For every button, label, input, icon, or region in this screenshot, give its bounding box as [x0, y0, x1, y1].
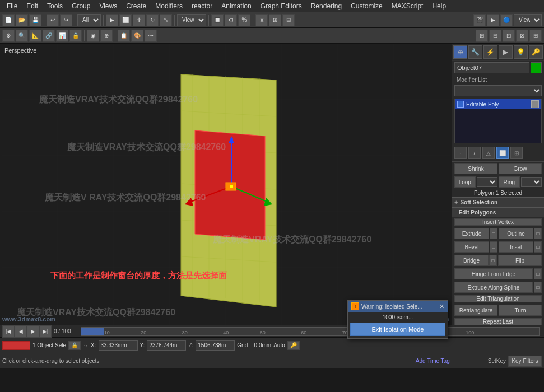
toolbar2-r1[interactable]: ⊞: [476, 30, 488, 42]
hinge-button[interactable]: Hinge From Edge: [454, 268, 533, 279]
menu-maxscript[interactable]: MAXScript: [387, 1, 428, 11]
toolbar-undo[interactable]: ↩: [47, 14, 59, 26]
extrude-spline-settings[interactable]: □: [534, 282, 542, 293]
modifier-expand-box[interactable]: [531, 100, 539, 108]
outline-settings[interactable]: □: [534, 228, 542, 239]
menu-customize[interactable]: Customize: [346, 1, 387, 11]
menu-file[interactable]: File: [2, 1, 22, 11]
z-input[interactable]: [196, 340, 235, 351]
toolbar2-r3[interactable]: ⊡: [503, 30, 515, 42]
extrude-spline-button[interactable]: Extrude Along Spline: [454, 282, 533, 293]
toolbar2-r2[interactable]: ⊟: [489, 30, 501, 42]
repeat-last-button[interactable]: Repeat Last: [454, 318, 542, 325]
add-time-tag[interactable]: Add Time Tag: [416, 358, 450, 364]
select-mode-edge[interactable]: /: [468, 147, 481, 159]
editable-poly-item[interactable]: Editable Poly: [455, 99, 541, 109]
toolbar-snap[interactable]: 🔲: [211, 14, 224, 26]
extrude-button[interactable]: Extrude: [454, 228, 489, 239]
exit-isolation-button[interactable]: Exit Isolation Mode: [350, 323, 445, 336]
key-icon[interactable]: 🔑: [287, 341, 300, 350]
x-input[interactable]: [99, 340, 138, 351]
toolbar2-r5[interactable]: ⊞: [529, 30, 542, 42]
hinge-settings[interactable]: □: [534, 268, 542, 279]
selection-filter-dropdown[interactable]: All: [77, 14, 101, 26]
viewport-perspective[interactable]: Perspective: [0, 44, 452, 325]
toolbar2-r4[interactable]: ⊠: [516, 30, 528, 42]
toolbar2-select-obj[interactable]: ◉: [87, 30, 99, 42]
select-mode-border[interactable]: △: [482, 147, 495, 159]
loop-dropdown[interactable]: [477, 177, 498, 187]
ring-button[interactable]: Ring: [499, 176, 520, 188]
menu-graph-editors[interactable]: Graph Editors: [256, 1, 306, 11]
edit-polygons-header[interactable]: - Edit Polygons: [452, 207, 544, 217]
panel-tab-display[interactable]: 💡: [514, 45, 528, 59]
select-mode-polygon[interactable]: ⬜: [496, 147, 509, 159]
select-mode-vertex[interactable]: ·: [454, 147, 467, 159]
toolbar2-btn5[interactable]: 📊: [56, 30, 68, 42]
bevel-settings[interactable]: □: [490, 241, 497, 253]
bridge-settings[interactable]: □: [489, 255, 497, 266]
ring-dropdown[interactable]: [521, 177, 542, 187]
object-color-swatch[interactable]: [531, 62, 542, 73]
select-mode-element[interactable]: ⊞: [510, 147, 523, 159]
loop-button[interactable]: Loop: [454, 176, 476, 188]
toolbar-angle-snap[interactable]: ⚙: [225, 14, 237, 26]
menu-help[interactable]: Help: [427, 1, 450, 11]
bridge-button[interactable]: Bridge: [454, 255, 489, 266]
toolbar2-btn1[interactable]: ⚙: [2, 30, 15, 42]
scale-tool[interactable]: ⤡: [160, 14, 172, 26]
object-name-input[interactable]: [454, 62, 529, 73]
toolbar-align[interactable]: ⊞: [269, 14, 281, 26]
toolbar-open[interactable]: 📂: [16, 14, 28, 26]
turn-button[interactable]: Turn: [499, 305, 542, 316]
view-dropdown[interactable]: View: [177, 14, 206, 26]
grow-button[interactable]: Grow: [499, 163, 542, 174]
flip-button[interactable]: Flip: [498, 255, 542, 266]
edit-triangulation-button[interactable]: Edit Triangulation: [454, 295, 542, 302]
bevel-button[interactable]: Bevel: [454, 241, 489, 253]
panel-tab-create[interactable]: ⊕: [453, 45, 467, 59]
retriangulate-button[interactable]: Retriangulate: [454, 305, 497, 316]
toolbar-layer[interactable]: ⊟: [282, 14, 295, 26]
panel-tab-motion[interactable]: ▶: [499, 45, 513, 59]
panel-tab-modify[interactable]: 🔧: [468, 45, 482, 59]
modifier-dropdown[interactable]: [454, 85, 542, 96]
timeline-prev[interactable]: |◀: [2, 325, 15, 338]
menu-create[interactable]: Create: [122, 1, 151, 11]
toolbar-redo[interactable]: ↪: [60, 14, 72, 26]
panel-tab-utilities[interactable]: 🔑: [529, 45, 543, 59]
select-tool[interactable]: ▶: [106, 14, 118, 26]
menu-views[interactable]: Views: [95, 1, 122, 11]
menu-rendering[interactable]: Rendering: [306, 1, 346, 11]
toolbar2-schematic[interactable]: 📋: [118, 30, 130, 42]
lock-icon[interactable]: 🔒: [68, 341, 81, 350]
outline-button[interactable]: Outline: [499, 228, 533, 239]
toolbar-render[interactable]: ▶: [487, 14, 499, 26]
toolbar2-hierarchy[interactable]: ⊕: [100, 30, 113, 42]
insert-vertex-button[interactable]: Insert Vertex: [454, 218, 542, 226]
select-region[interactable]: ⬜: [119, 14, 132, 26]
inset-button[interactable]: Inset: [499, 241, 533, 253]
shrink-button[interactable]: Shrink: [454, 163, 497, 174]
timeline-next[interactable]: ▶|: [39, 325, 52, 338]
toolbar2-btn3[interactable]: 📐: [29, 30, 41, 42]
move-tool[interactable]: ✛: [133, 14, 145, 26]
toolbar-percent-snap[interactable]: %: [238, 14, 250, 26]
toolbar-new[interactable]: 📄: [2, 14, 15, 26]
panel-tab-hierarchy[interactable]: ⚡: [483, 45, 497, 59]
toolbar-render-setup[interactable]: 🎬: [473, 14, 486, 26]
y-input[interactable]: [147, 340, 186, 351]
timeline-track[interactable]: 10 20 30 40 50 60 70 80 90 100: [81, 327, 540, 336]
menu-modifiers[interactable]: Modifiers: [151, 1, 187, 11]
toolbar2-curve[interactable]: 〜: [145, 30, 157, 42]
toolbar2-material[interactable]: 🎨: [131, 30, 143, 42]
toolbar-mirror[interactable]: ⧖: [255, 14, 268, 26]
soft-selection-header[interactable]: + Soft Selection: [452, 197, 544, 207]
toolbar-material-editor[interactable]: 🔵: [500, 14, 513, 26]
inset-settings[interactable]: □: [534, 241, 542, 253]
extrude-settings[interactable]: □: [490, 228, 497, 239]
rotate-tool[interactable]: ↻: [146, 14, 159, 26]
toolbar-save[interactable]: 💾: [29, 14, 41, 26]
menu-edit[interactable]: Edit: [22, 1, 43, 11]
timeline-play[interactable]: ▶: [27, 325, 39, 338]
